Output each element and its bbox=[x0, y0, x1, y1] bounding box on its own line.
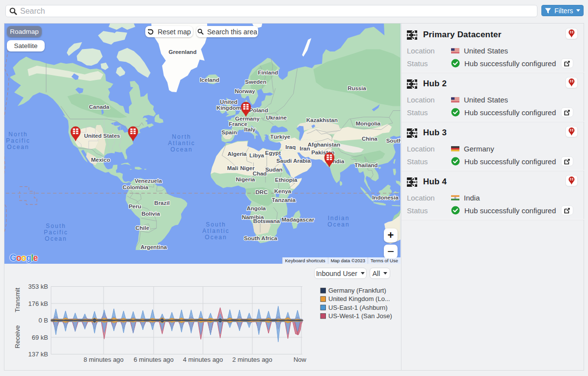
svg-text:6 minutes ago: 6 minutes ago bbox=[134, 356, 174, 363]
svg-text:0 B: 0 B bbox=[38, 317, 48, 324]
svg-text:8 minutes ago: 8 minutes ago bbox=[83, 356, 124, 363]
svg-text:Germany (Frankfurt): Germany (Frankfurt) bbox=[328, 287, 386, 294]
svg-text:US-East-1 (Ashburn): US-East-1 (Ashburn) bbox=[328, 304, 388, 311]
svg-text:353 kB: 353 kB bbox=[28, 283, 48, 290]
svg-text:Receive: Receive bbox=[14, 326, 21, 349]
svg-text:US-West-1 (San Jose): US-West-1 (San Jose) bbox=[328, 312, 392, 320]
svg-text:Transmit: Transmit bbox=[14, 288, 21, 312]
svg-text:69 kB: 69 kB bbox=[32, 334, 48, 341]
svg-text:176 kB: 176 kB bbox=[28, 300, 48, 307]
svg-text:2 minutes ago: 2 minutes ago bbox=[232, 356, 272, 363]
svg-text:4 minutes ago: 4 minutes ago bbox=[183, 356, 223, 363]
svg-text:United Kingdom (Lo...: United Kingdom (Lo... bbox=[328, 295, 390, 302]
svg-text:Now: Now bbox=[294, 356, 307, 363]
svg-text:137 kB: 137 kB bbox=[28, 351, 48, 358]
